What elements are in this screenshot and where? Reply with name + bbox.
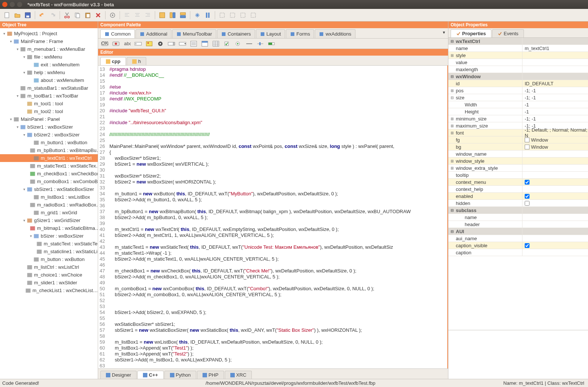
window-close-button[interactable]	[2, 2, 7, 7]
palette-listbox-icon[interactable]	[190, 40, 197, 47]
paste-button[interactable]	[83, 10, 93, 20]
tree-toggle-icon[interactable]: ▾	[29, 234, 33, 238]
tree-toggle-icon[interactable]: ▾	[22, 133, 26, 137]
prop-row[interactable]: tooltip	[448, 172, 588, 179]
tree-item[interactable]: m_comboBox1 : wxComboB…	[0, 178, 98, 185]
collapse-icon[interactable]: ⊟	[451, 208, 454, 212]
palette-dropdown-icon[interactable]: ▼	[442, 30, 446, 34]
palette-radio-icon[interactable]	[234, 40, 242, 47]
tree-item[interactable]: ▾m_menubar1 : wxMenuBar	[0, 45, 98, 53]
tree-item[interactable]: ▾file : wxMenu	[0, 53, 98, 61]
expand-button[interactable]	[193, 10, 202, 20]
tree-item[interactable]: m_slider1 : wxSlider	[0, 279, 98, 287]
tree-item[interactable]: m_statusBar1 : wxStatusBar	[0, 84, 98, 92]
prop-row[interactable]: context_menu	[448, 179, 588, 186]
save-button[interactable]	[23, 10, 33, 20]
prop-row[interactable]: enabled	[448, 193, 588, 200]
view-tab[interactable]: XRC	[225, 371, 252, 379]
code-editor[interactable]: 13 14 15 16 17 18 19 20 21 22 23 24 25 2…	[98, 65, 448, 368]
tree-item[interactable]: ▾m_toolBar1 : wxToolBar	[0, 92, 98, 100]
prop-row[interactable]: context_help	[448, 186, 588, 193]
prop-row[interactable]: aui_name	[448, 235, 588, 242]
copy-button[interactable]	[73, 10, 82, 20]
palette-listctrl-icon[interactable]	[201, 40, 208, 47]
tree-toggle-icon[interactable]: ▾	[16, 47, 19, 51]
prop-row[interactable]: header	[448, 221, 588, 228]
tree-item[interactable]: m_button1 : wxButton	[0, 139, 98, 146]
collapse-icon[interactable]: ⊟	[451, 96, 454, 100]
property-grid[interactable]: ⊟wxTextCtrlnamem_textCtrl1⊞stylevaluemax…	[448, 38, 588, 330]
collapse-icon[interactable]: ⊟	[451, 39, 454, 43]
stretch-button[interactable]	[203, 10, 213, 20]
view-tab[interactable]: Python	[164, 371, 196, 379]
expand-icon[interactable]: ⊞	[451, 53, 454, 57]
palette-tab[interactable]: Containers	[217, 29, 255, 38]
tree-toggle-icon[interactable]: ▾	[9, 39, 13, 43]
tree-item[interactable]: m_staticText1 : wxStaticTex…	[0, 162, 98, 170]
expand-icon[interactable]: ⊞	[451, 89, 454, 93]
prop-row[interactable]: ⊞pos-1; -1	[448, 87, 588, 94]
palette-tab[interactable]: Additional	[136, 29, 171, 38]
layout2-button[interactable]	[168, 10, 177, 20]
prop-checkbox[interactable]	[525, 201, 529, 206]
collapse-icon[interactable]: ⊟	[451, 75, 454, 79]
delete-button[interactable]	[93, 10, 103, 20]
tree-item[interactable]: ▾bSizer1 : wxBoxSizer	[0, 123, 98, 131]
tree-item[interactable]: m_radioBox1 : wxRadioBox…	[0, 201, 98, 209]
palette-statictext-icon[interactable]: abc	[123, 40, 131, 47]
layout1-button[interactable]	[157, 10, 167, 20]
expand-icon[interactable]: ⊞	[451, 159, 454, 163]
prop-row[interactable]: Width-1	[448, 101, 588, 108]
palette-textctrl-icon[interactable]	[134, 40, 142, 47]
prop-row[interactable]: ⊟size-1; -1	[448, 94, 588, 101]
tree-item[interactable]: m_bitmap1 : wxStaticBitma…	[0, 224, 98, 232]
palette-animation-icon[interactable]	[157, 40, 164, 47]
palette-staticline-icon[interactable]	[245, 40, 253, 47]
tree-item[interactable]: m_checkBox1 : wxCheckBox…	[0, 170, 98, 178]
prop-row[interactable]: caption	[448, 249, 588, 256]
tree-item[interactable]: about : wxMenuItem	[0, 76, 98, 84]
window-minimize-button[interactable]	[10, 2, 15, 7]
tree-toggle-icon[interactable]: ▾	[9, 117, 13, 121]
tree-toggle-icon[interactable]: ▾	[16, 125, 19, 129]
tree-item[interactable]: ▾MyProject1 : Project	[0, 30, 98, 37]
object-tree[interactable]: ▾MyProject1 : Project▾MainFrame : Frame▾…	[0, 28, 98, 379]
tree-item[interactable]: ▾MainPanel : Panel	[0, 115, 98, 123]
palette-tab[interactable]: Menu/Toolbar	[172, 29, 216, 38]
prop-checkbox[interactable]	[525, 194, 529, 199]
expand-icon[interactable]: ⊞	[451, 131, 454, 135]
prop-checkbox[interactable]	[525, 243, 529, 248]
tree-toggle-icon[interactable]: ▾	[16, 94, 19, 98]
tree-item[interactable]: m_choice1 : wxChoice	[0, 271, 98, 279]
cut-button[interactable]	[62, 10, 72, 20]
palette-checkbox-icon[interactable]	[223, 40, 231, 47]
palette-tab[interactable]: Forms	[286, 29, 314, 38]
prop-row[interactable]: namem_textCtrl1	[448, 45, 588, 52]
tree-toggle-icon[interactable]: ▾	[22, 218, 26, 222]
prop-row[interactable]: ⊞window_extra_style	[448, 165, 588, 172]
palette-bitmapbutton-icon[interactable]	[112, 40, 120, 47]
border4-button[interactable]	[248, 10, 258, 20]
border3-button[interactable]	[238, 10, 248, 20]
view-tab[interactable]: Designer	[100, 371, 137, 379]
palette-tab[interactable]: Common	[100, 29, 135, 38]
prop-row[interactable]: hidden	[448, 200, 588, 207]
view-tab[interactable]: PHP	[197, 371, 224, 379]
tree-item[interactable]: m_bpButton1 : wxBitmapBu…	[0, 146, 98, 154]
palette-choice-icon[interactable]	[179, 40, 186, 47]
tree-item[interactable]: exit : wxMenuItem	[0, 61, 98, 69]
prop-row[interactable]: fgWindow	[448, 136, 588, 143]
prop-row[interactable]: window_name	[448, 150, 588, 158]
palette-button-icon[interactable]: OK	[101, 40, 108, 47]
window-maximize-button[interactable]	[17, 2, 22, 7]
prop-checkbox[interactable]	[525, 180, 529, 185]
align-right-button[interactable]	[143, 10, 153, 20]
prop-row[interactable]: value	[448, 59, 588, 66]
tree-item[interactable]: m_textCtrl1 : wxTextCtrl	[0, 154, 98, 162]
prop-row[interactable]: caption_visible	[448, 242, 588, 249]
border2-button[interactable]	[228, 10, 237, 20]
tree-item[interactable]: m_button : wxButton	[0, 255, 98, 263]
tree-item[interactable]: ▾MainFrame : Frame	[0, 37, 98, 45]
editor-tab[interactable]: h	[127, 57, 146, 65]
open-button[interactable]	[13, 10, 22, 20]
